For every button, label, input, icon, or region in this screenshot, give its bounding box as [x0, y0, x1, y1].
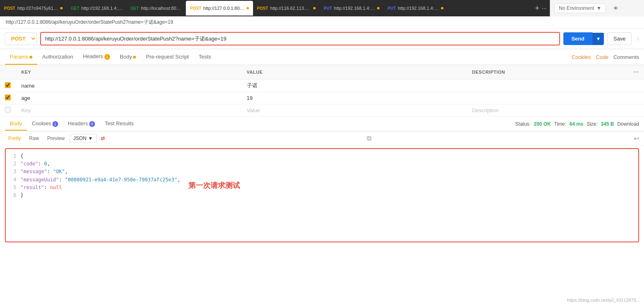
row-checkbox[interactable] [5, 95, 11, 100]
chevron-down-icon: ▼ [88, 136, 93, 141]
eye-icon[interactable]: 👁 [613, 5, 619, 11]
tab-5[interactable]: PUT http://192.168.1.4:808: [320, 1, 384, 16]
code-line: 4 "messageUuid": "00080921-e9a4-41e7-950… [6, 176, 638, 184]
wrap-button[interactable]: ↩ [634, 135, 639, 142]
send-button[interactable]: Send [563, 32, 593, 45]
format-tab-preview[interactable]: Preview [44, 134, 68, 143]
req-tab-params[interactable]: Params [5, 50, 37, 65]
format-type-select[interactable]: JSON ▼ [70, 134, 97, 143]
table-row: name 子诺 [0, 79, 644, 92]
tab-3[interactable]: POST http://127.0.0.1:8086/ [186, 1, 253, 16]
format-type-label: JSON [73, 136, 86, 141]
format-tab-raw[interactable]: Raw [26, 134, 42, 143]
cookies-link[interactable]: Cookies [572, 54, 591, 60]
line-number: 2 [9, 160, 20, 168]
tab-url: http://127.0.0.1:8086/ [203, 6, 244, 11]
line-number: 4 [9, 176, 20, 184]
token: "message" [20, 169, 47, 174]
row-value-cell[interactable]: Value [242, 104, 468, 117]
col-header-check [0, 65, 16, 79]
tab-url: http://192.168.1.4:808· [81, 6, 122, 11]
res-tab-headers[interactable]: Headers8 [63, 117, 100, 131]
tab-2[interactable]: GET http://localhost:8086/a [127, 1, 186, 16]
desc-placeholder: Description [472, 107, 499, 113]
tab-url: http://116.62.113.140 [270, 6, 311, 11]
breadcrumb: http://127.0.0.1:8086/api/keruyuOrder/or… [0, 16, 644, 29]
tab-url: http://27n9475y61.wi [17, 6, 58, 11]
tab-1[interactable]: GET http://192.168.1.4:808· [67, 1, 127, 16]
req-tab-tests[interactable]: Tests [194, 50, 216, 65]
tab-url: http://192.168.1.4:808: [334, 6, 375, 11]
res-tab-badge: 1 [52, 121, 58, 127]
row-check-cell [0, 92, 16, 104]
tab-0[interactable]: POST http://27n9475y61.wi [0, 1, 67, 16]
row-desc-cell[interactable]: Description [467, 104, 628, 117]
tab-label: Headers1 [83, 53, 110, 59]
tab-dot-badge [29, 56, 32, 59]
res-tab-cookies[interactable]: Cookies1 [27, 117, 63, 131]
status-label: Status: [515, 121, 531, 127]
row-checkbox[interactable] [5, 82, 11, 88]
token: , [47, 161, 50, 167]
env-section: No Environment ▼ 👁 [550, 0, 644, 16]
code-line: 6} [6, 192, 638, 199]
environment-select[interactable]: No Environment ▼ [554, 3, 606, 13]
token: : [38, 161, 44, 167]
row-actions-cell [628, 92, 644, 104]
tab-6[interactable]: PUT http://192.168.1.4:808: [384, 1, 447, 16]
tab-method: GET [131, 6, 139, 11]
key-value: name [21, 83, 35, 89]
chevron-right-icon: › [637, 34, 639, 43]
method-select[interactable]: POST [5, 32, 37, 45]
res-tab-label: Body [10, 120, 22, 127]
row-key-cell[interactable]: Key [16, 104, 242, 117]
row-desc-cell [467, 79, 628, 92]
token: "OK" [53, 169, 65, 174]
res-tab-body[interactable]: Body [5, 117, 27, 131]
col-header-description: DESCRIPTION [467, 65, 628, 79]
tab-4[interactable]: POST http://116.62.113.140 [253, 1, 320, 16]
more-tabs-button[interactable]: ··· [542, 5, 547, 11]
res-tab-label: Cookies1 [32, 120, 58, 127]
add-tab-button[interactable]: + [535, 4, 540, 13]
format-tab-pretty[interactable]: Pretty [5, 134, 24, 143]
size-label: Size: [587, 121, 598, 127]
line-content: } [20, 192, 23, 199]
send-dropdown-button[interactable]: ▼ [592, 33, 604, 45]
token: 0 [44, 161, 47, 167]
code-link[interactable]: Code [596, 54, 608, 60]
token: } [20, 192, 23, 198]
tab-label: Tests [199, 54, 211, 60]
row-value-cell: 子诺 [242, 79, 468, 92]
row-checkbox[interactable] [5, 107, 11, 113]
req-tab-pre-request-script[interactable]: Pre-request Script [141, 50, 194, 65]
save-button[interactable]: Save [607, 32, 632, 45]
row-key-cell: age [16, 92, 242, 104]
req-tab-body[interactable]: Body [115, 50, 141, 65]
copy-button[interactable]: ⧉ [367, 135, 371, 142]
download-button[interactable]: Download [617, 121, 639, 127]
time-value: 64 ms [569, 121, 583, 127]
chevron-down-icon: ▼ [597, 5, 601, 11]
req-tab-authorization[interactable]: Authorization [37, 50, 78, 65]
tab-method: POST [190, 6, 201, 11]
table-row: age 19 [0, 92, 644, 104]
row-actions-cell [628, 79, 644, 92]
value-text: 19 [247, 95, 253, 101]
code-line: 2 "code": 0, [6, 160, 638, 168]
res-tab-test-results[interactable]: Test Results [100, 117, 139, 131]
annotation-text: 第一次请求测试 [188, 181, 240, 190]
value-text: 子诺 [247, 82, 258, 88]
response-meta: Status: 200 OK Time: 64 ms Size: 345 B D… [515, 121, 639, 127]
comments-link[interactable]: Comments [613, 54, 639, 60]
top-bar: POST http://27n9475y61.wi GET http://192… [0, 0, 644, 16]
col-header-actions: ··· [628, 65, 644, 79]
tab-label: Params [10, 54, 32, 60]
line-number: 6 [9, 192, 20, 199]
col-header-key: KEY [16, 65, 242, 79]
code-line: 1{ [6, 152, 638, 160]
url-input[interactable] [41, 33, 559, 45]
code-line: 5 "result": null [6, 184, 638, 192]
req-tab-headers[interactable]: Headers1 [78, 49, 115, 65]
params-more-icon[interactable]: ··· [633, 68, 639, 75]
